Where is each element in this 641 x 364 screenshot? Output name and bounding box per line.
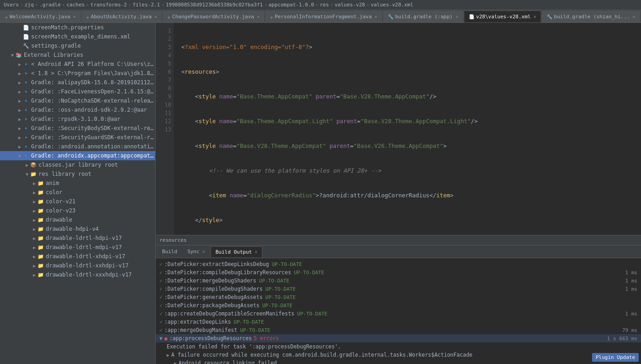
task-status-8: UP-TO-DATE bbox=[234, 319, 264, 325]
breadcrumb-xml-file[interactable]: values-v28.xml bbox=[371, 2, 413, 8]
task-1: :DatePicker:extractDeepLinksDebug bbox=[164, 261, 269, 267]
tree-oss[interactable]: ▶ 🔹 Gradle: :oss-android-sdk-2.9.2:@aar bbox=[0, 105, 155, 114]
secguard-icon: 🔹 bbox=[23, 135, 29, 141]
tree-jdk18[interactable]: ▶ 🔹 < 1.8 > C:\Program Files\Java\jdk1.8… bbox=[0, 69, 155, 78]
task-time-3: 1 ms bbox=[625, 278, 638, 284]
ok-icon-4: ✓ bbox=[159, 286, 163, 292]
close-tab-4[interactable]: × bbox=[456, 14, 458, 19]
tree-drawable-ldrtl-xhdpi[interactable]: ▶ 📁 drawable-ldrtl-xhdpi-v17 bbox=[0, 252, 155, 261]
code-line-2: <resources> bbox=[181, 68, 641, 76]
tree-nocaptcha[interactable]: ▶ 🔹 Gradle: :NoCaptchaSDK-external-relea… bbox=[0, 96, 155, 105]
breadcrumb-gradle[interactable]: .gradle bbox=[39, 2, 60, 8]
close-tab-1[interactable]: × bbox=[154, 14, 157, 19]
close-sync-tab[interactable]: × bbox=[202, 249, 205, 254]
breadcrumb-zjq[interactable]: zjq bbox=[25, 2, 34, 8]
bottom-tab-sync[interactable]: Sync × bbox=[183, 246, 210, 257]
editor-tab-bar: ☕ WelcomeActivity.java × ☕ AboutUsActivi… bbox=[0, 10, 641, 23]
tab-aboutus-activity[interactable]: ☕ AboutUsActivity.java × bbox=[81, 11, 163, 22]
tree-color-v23[interactable]: ▶ 📁 color-v23 bbox=[0, 206, 155, 215]
ldrtlxhdpi-label: drawable-ldrtl-xhdpi-v17 bbox=[46, 253, 125, 260]
tree-drawable-ldrtl-xxxhdpi[interactable]: ▶ 📁 drawable-ldrtl-xxxhdpi-v17 bbox=[0, 270, 155, 279]
bottom-tab-build[interactable]: Build bbox=[158, 246, 182, 257]
breadcrumb-files[interactable]: files-2.1 bbox=[133, 2, 160, 8]
tree-screenmatch-properties[interactable]: 📄 screenMatch.properties bbox=[0, 23, 155, 32]
tree-external-libs[interactable]: ▼ 📚 External Libraries bbox=[0, 50, 155, 60]
breadcrumb-appcompat[interactable]: appcompat-1.0.0 bbox=[269, 2, 314, 8]
tree-color-v21[interactable]: ▶ 📁 color-v21 bbox=[0, 197, 155, 206]
breadcrumb-values-v28[interactable]: values-v28 bbox=[335, 2, 365, 8]
tree-annotation[interactable]: ▶ 🔹 Gradle: :android.annotation:annotati… bbox=[0, 142, 155, 151]
colorv23-icon: 📁 bbox=[38, 208, 44, 214]
jar-icon: 📦 bbox=[30, 162, 37, 168]
tree-securitybody[interactable]: ▶ 🔹 Gradle: :SecurityBodySDK-external-re… bbox=[0, 124, 155, 133]
breadcrumb-users[interactable]: Users bbox=[4, 2, 19, 8]
build-line-process-err[interactable]: ▼ ● :app:processDebugResources 5 errors … bbox=[156, 334, 641, 342]
tree-alipaysdk[interactable]: ▶ 🔹 Gradle: aalipaySDk-15.6.8-2019102112… bbox=[0, 78, 155, 87]
java-file-icon3: ☕ bbox=[168, 14, 170, 19]
tree-faceliveness[interactable]: ▶ 🔹 Gradle: :FaceLivenessOpen-2.1.6.15:@… bbox=[0, 87, 155, 96]
code-lines[interactable]: <?xml version="1.0" encoding="utf-8"?> <… bbox=[174, 23, 641, 235]
api26-label: < Android API 26 Platform C:\Users\zjq\A… bbox=[31, 61, 155, 67]
java-file-icon2: ☕ bbox=[87, 14, 89, 19]
tree-screenmatch-dimens[interactable]: 📄 screenMatch_example_dimens.xml bbox=[0, 32, 155, 41]
close-buildoutput-tab[interactable]: × bbox=[255, 250, 257, 255]
task-2: :DatePicker:compileDebugLibraryResources bbox=[164, 269, 291, 276]
tab-build-gradle-shian[interactable]: 🔧 build.gradle (shian_hi... × bbox=[542, 11, 641, 22]
ldrtlmdpi-icon: 📁 bbox=[38, 244, 44, 250]
plugin-update-badge[interactable]: Plugin Update bbox=[592, 353, 639, 362]
build-line-8: ✓ :app:extractDeepLinks UP-TO-DATE bbox=[156, 318, 641, 326]
tree-drawable[interactable]: ▶ 📁 drawable bbox=[0, 215, 155, 224]
code-line-8: </style> bbox=[181, 216, 641, 224]
expand-icon[interactable]: ▼ bbox=[159, 335, 163, 342]
drawablehdpi-icon: 📁 bbox=[38, 226, 44, 232]
bottom-tab-build-output[interactable]: Build Output × bbox=[211, 246, 263, 257]
tree-settings-gradle[interactable]: 🔧 settings.gradle bbox=[0, 41, 155, 50]
jdk18-icon: 🔹 bbox=[23, 71, 29, 76]
close-tab-6[interactable]: × bbox=[633, 14, 636, 19]
drawablehdpi-label: drawable-hdpi-v4 bbox=[46, 226, 99, 232]
faceliveness-icon: 🔹 bbox=[23, 89, 29, 95]
close-tab-5[interactable]: × bbox=[533, 14, 536, 19]
color-arrow: ▶ bbox=[31, 190, 38, 195]
tree-drawable-ldrtl-hdpi[interactable]: ▶ 📁 drawable-ldrtl-hdpi-v17 bbox=[0, 234, 155, 243]
tree-rpsdk[interactable]: ▶ 🔹 Gradle: :rpsdk-3.1.0.0:@aar bbox=[0, 114, 155, 124]
tree-securityguard[interactable]: ▶ 🔹 Gradle: :SecurityGuardSDK-external-r… bbox=[0, 133, 155, 142]
tree-drawable-ldrtl-xxhdpi[interactable]: ▶ 📁 drawable-ldrtl-xxhdpi-v17 bbox=[0, 261, 155, 270]
tree-res-root[interactable]: ▼ 📁 res library root bbox=[0, 169, 155, 179]
api26-icon: 🔹 bbox=[23, 61, 29, 67]
breadcrumb-transforms[interactable]: transforms-2 bbox=[91, 2, 127, 8]
tree-classes-jar[interactable]: ▶ 📦 classes.jar library root bbox=[0, 160, 155, 169]
tab-welcome-activity[interactable]: ☕ WelcomeActivity.java × bbox=[0, 11, 81, 22]
oss-label: Gradle: :oss-android-sdk-2.9.2:@aar bbox=[31, 107, 147, 113]
tab-values-v28[interactable]: 📄 v28\values-v28.xml × bbox=[464, 11, 541, 22]
ok-icon-2: ✓ bbox=[159, 269, 163, 276]
tree-drawable-ldrtl-mdpi[interactable]: ▶ 📁 drawable-ldrtl-mdpi-v17 bbox=[0, 243, 155, 252]
breadcrumb-bar: Users › zjq › .gradle › caches › transfo… bbox=[0, 0, 641, 10]
close-tab-0[interactable]: × bbox=[73, 14, 76, 19]
jdk18-label: < 1.8 > C:\Program Files\Java\jdk1.8.0_1… bbox=[31, 70, 155, 76]
close-tab-2[interactable]: × bbox=[257, 14, 260, 19]
tree-drawable-hdpi[interactable]: ▶ 📁 drawable-hdpi-v4 bbox=[0, 224, 155, 234]
tree-anim[interactable]: ▶ 📁 anim bbox=[0, 179, 155, 188]
build-line-link-fail: ▶ Android resource linking failed bbox=[156, 359, 641, 364]
anim-arrow: ▶ bbox=[31, 181, 38, 186]
code-line-7: <item name="dialogCornerRadius">?android… bbox=[181, 191, 641, 200]
tab-change-password[interactable]: ☕ ChangePasswordActivity.java × bbox=[163, 11, 265, 22]
alipay-arrow: ▶ bbox=[16, 80, 23, 85]
breadcrumb-hash[interactable]: 1998808538d91236b8338b9c02fba3f1 bbox=[166, 2, 263, 8]
build-line-7: ✓ :app:createDebugCompatibleScreenManife… bbox=[156, 310, 641, 318]
breadcrumb-res[interactable]: res bbox=[320, 2, 329, 8]
code-editor[interactable]: 1 2 3 4 5 6 7 8 9 10 11 12 13 <?xml vers… bbox=[156, 23, 641, 235]
editor-breadcrumb-resources: resources bbox=[159, 237, 187, 243]
close-tab-3[interactable]: × bbox=[375, 14, 377, 19]
tree-color[interactable]: ▶ 📁 color bbox=[0, 188, 155, 197]
task-6: :DatePicker:packageDebugAssets bbox=[164, 302, 260, 309]
task-status-7: UP-TO-DATE bbox=[297, 311, 327, 317]
tab-build-gradle-app[interactable]: 🔧 build.gradle (:app) × bbox=[383, 11, 463, 22]
tab-personal-info[interactable]: ☕ PersonalInformationFragment.java × bbox=[265, 11, 382, 22]
tree-android-api26[interactable]: ▶ 🔹 < Android API 26 Platform C:\Users\z… bbox=[0, 60, 155, 69]
build-line-6: ✓ :DatePicker:packageDebugAssets UP-TO-D… bbox=[156, 301, 641, 310]
task-time-9: 79 ms bbox=[622, 327, 637, 333]
breadcrumb-caches[interactable]: caches bbox=[66, 2, 85, 8]
tree-appcompat[interactable]: ▼ 🔹 Gradle: androidx.appcompat:appcompat… bbox=[0, 151, 155, 160]
